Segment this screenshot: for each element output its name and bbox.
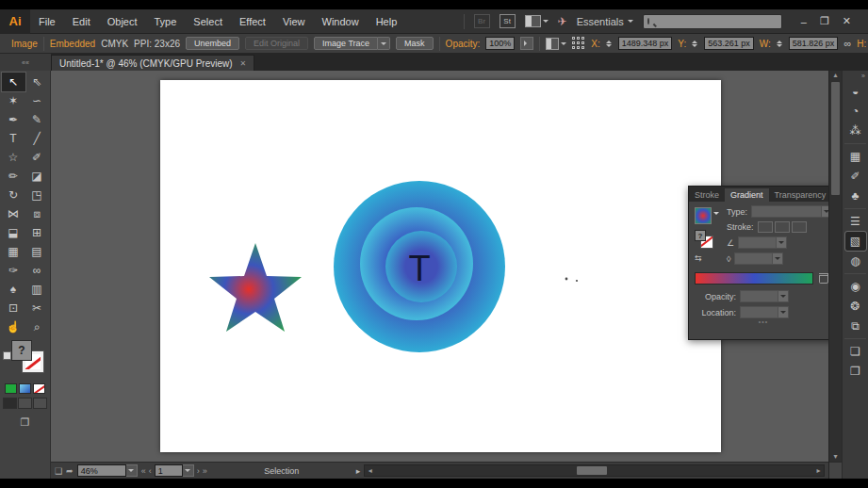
- x-stepper[interactable]: [606, 41, 612, 47]
- lasso-tool[interactable]: ∽: [25, 91, 49, 110]
- close-button[interactable]: ✕: [843, 15, 851, 27]
- opacity-label[interactable]: Opacity:: [446, 39, 481, 49]
- angle-field[interactable]: [738, 236, 787, 249]
- menu-window[interactable]: Window: [314, 9, 368, 34]
- horizontal-scrollbar[interactable]: ◂ ▸: [364, 464, 825, 477]
- color-mode-button[interactable]: [5, 383, 17, 394]
- restore-button[interactable]: ❐: [820, 15, 829, 27]
- vertical-scroll-track[interactable]: [829, 80, 842, 452]
- dock-graphic-styles-icon[interactable]: ❂: [845, 297, 866, 316]
- menu-type[interactable]: Type: [146, 9, 186, 34]
- reverse-gradient-icon[interactable]: ⇆: [695, 253, 723, 263]
- width-tool[interactable]: ⋈: [2, 204, 25, 223]
- selection-tool[interactable]: ↖: [2, 73, 25, 91]
- expand-panels-icon[interactable]: »: [843, 73, 868, 81]
- zoom-tool[interactable]: ⌕: [25, 317, 49, 336]
- panel-resize-grip[interactable]: •••: [759, 318, 768, 325]
- menu-effect[interactable]: Effect: [231, 9, 274, 34]
- menu-object[interactable]: Object: [99, 9, 146, 34]
- symbol-sprayer-tool[interactable]: ♠: [2, 280, 25, 299]
- curvature-tool[interactable]: ✎: [25, 110, 49, 129]
- arrange-documents-button[interactable]: [525, 15, 549, 27]
- line-segment-tool[interactable]: ╱: [25, 129, 49, 148]
- embedded-link[interactable]: Embedded: [50, 39, 95, 49]
- dock-swatches-icon[interactable]: ▦: [845, 147, 866, 166]
- gradient-type-select[interactable]: [751, 205, 828, 218]
- none-mode-button[interactable]: [33, 383, 45, 394]
- opacity-field[interactable]: 100%: [485, 37, 515, 50]
- blend-tool[interactable]: ∞: [25, 261, 49, 280]
- delete-stop-icon[interactable]: [819, 273, 828, 284]
- draw-normal-button[interactable]: [3, 398, 17, 409]
- shape-builder-tool[interactable]: ⬓: [2, 223, 25, 242]
- stop-opacity-field[interactable]: [740, 290, 789, 302]
- dock-symbols-icon[interactable]: ♣: [845, 187, 866, 205]
- menu-select[interactable]: Select: [185, 9, 231, 34]
- gradient-slider-bar[interactable]: [695, 272, 813, 285]
- dock-brushes-icon[interactable]: ✐: [845, 167, 866, 186]
- dock-transparency-icon[interactable]: ◍: [845, 252, 866, 270]
- zoom-level-select[interactable]: 46%: [77, 464, 138, 477]
- scroll-up-icon[interactable]: ▴: [833, 71, 837, 80]
- tab-gradient[interactable]: Gradient: [725, 188, 769, 202]
- perspective-grid-tool[interactable]: ⊞: [25, 223, 49, 242]
- constrain-proportions-icon[interactable]: ∞: [843, 38, 851, 49]
- panel-fill-swatch[interactable]: ?: [695, 230, 706, 241]
- text-object[interactable]: T: [408, 249, 430, 288]
- status-export-icon[interactable]: ➦: [66, 466, 74, 476]
- dock-artboards-icon[interactable]: ❐: [845, 362, 866, 381]
- next-artboard-button[interactable]: ›: [197, 466, 200, 476]
- minimize-button[interactable]: –: [801, 16, 807, 27]
- pen-tool[interactable]: ✒: [2, 110, 25, 129]
- fill-swatch[interactable]: ?: [11, 340, 32, 361]
- dock-color-guide-icon[interactable]: ◔: [845, 102, 866, 121]
- gradient-tool[interactable]: ▤: [25, 242, 49, 261]
- menu-help[interactable]: Help: [368, 9, 406, 34]
- artboard[interactable]: T: [160, 80, 721, 452]
- artboard-tool[interactable]: ⊡: [2, 299, 25, 317]
- last-artboard-button[interactable]: »: [203, 466, 207, 476]
- column-graph-tool[interactable]: ▥: [25, 280, 49, 299]
- tab-stroke[interactable]: Stroke: [689, 188, 725, 202]
- menu-edit[interactable]: Edit: [64, 9, 99, 34]
- horizontal-scroll-thumb[interactable]: [577, 466, 607, 475]
- w-stepper[interactable]: [777, 41, 782, 47]
- y-field[interactable]: 563.261 px: [704, 37, 754, 50]
- style-dropdown[interactable]: [546, 38, 566, 50]
- stroke-along-button[interactable]: [775, 221, 790, 233]
- image-trace-dropdown[interactable]: [378, 37, 390, 50]
- status-expand-icon[interactable]: ▸: [356, 466, 361, 476]
- scale-tool[interactable]: ◳: [25, 186, 49, 204]
- eraser-tool[interactable]: ◪: [25, 167, 49, 186]
- stroke-within-button[interactable]: [758, 221, 773, 233]
- dock-appearance-icon[interactable]: ◉: [845, 277, 866, 296]
- slice-tool[interactable]: ✂: [25, 299, 49, 317]
- mesh-tool[interactable]: ▦: [2, 242, 25, 261]
- menu-file[interactable]: File: [30, 9, 64, 34]
- bridge-icon[interactable]: Br: [474, 14, 490, 28]
- artboard-navigation-select[interactable]: 1: [155, 464, 194, 477]
- default-fill-stroke-icon[interactable]: [3, 351, 11, 360]
- shape-tool[interactable]: ☆: [2, 148, 25, 167]
- stock-icon[interactable]: St: [500, 14, 516, 28]
- vertical-scroll-thumb[interactable]: [831, 82, 840, 195]
- scroll-left-icon[interactable]: ◂: [365, 466, 375, 475]
- rotate-tool[interactable]: ↻: [2, 186, 25, 204]
- draw-inside-button[interactable]: [33, 398, 47, 409]
- pasteboard[interactable]: T Stroke Gradient Transparency » ≡: [51, 71, 828, 462]
- tab-close-icon[interactable]: ✕: [240, 59, 247, 68]
- horizontal-scroll-track[interactable]: [375, 465, 813, 476]
- document-tab[interactable]: Untitled-1* @ 46% (CMYK/GPU Preview) ✕: [51, 55, 254, 71]
- tab-transparency[interactable]: Transparency: [769, 188, 828, 202]
- hand-tool[interactable]: ☝: [2, 317, 25, 336]
- menu-view[interactable]: View: [274, 9, 314, 34]
- type-tool[interactable]: T: [2, 129, 25, 148]
- first-artboard-button[interactable]: «: [141, 466, 146, 476]
- w-field[interactable]: 581.826 px: [789, 37, 839, 50]
- toolbar-collapse-button[interactable]: ««: [0, 54, 51, 71]
- scroll-right-icon[interactable]: ▸: [813, 466, 824, 475]
- vertical-scrollbar[interactable]: ▴ ▾: [828, 71, 842, 479]
- magic-wand-tool[interactable]: ✶: [2, 91, 25, 110]
- status-doc-icon[interactable]: ❑: [55, 466, 62, 476]
- free-transform-tool[interactable]: ⧈: [25, 204, 49, 223]
